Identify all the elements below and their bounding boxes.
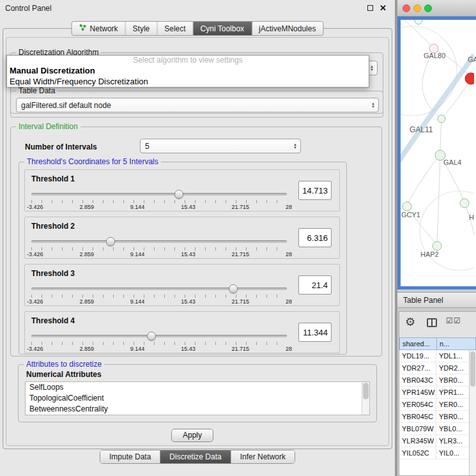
tab-discretize-data[interactable]: Discretize Data (160, 450, 231, 463)
table-row[interactable]: YBR045CYBR0... (399, 411, 469, 423)
threshold-3-slider[interactable]: -3.4262.8599.14415.4321.71528 (31, 282, 287, 305)
scale-tick-label: 15.43 (181, 346, 196, 352)
slider-thumb[interactable] (106, 237, 115, 246)
scale-tick-label: -3.426 (27, 298, 43, 305)
node-table: shared... n... YDL19...YDL1...YDR27...YD… (399, 337, 476, 475)
threshold-4-slider[interactable]: -3.4262.8599.14415.4321.71528 (31, 330, 287, 353)
tab-select[interactable]: Select (157, 22, 193, 35)
threshold-3-value-input[interactable] (298, 275, 332, 295)
scale-tick-label: 2.859 (79, 346, 94, 352)
scale-tick-label: 15.43 (181, 298, 196, 305)
table-data-combobox[interactable]: galFiltered.sif default node ▲▼ (16, 98, 379, 112)
scale-tick-label: 9.144 (130, 298, 145, 305)
tab-style[interactable]: Style (126, 22, 158, 35)
slider-track[interactable] (31, 240, 287, 243)
table-row[interactable]: YDL19...YDL1... (399, 350, 469, 362)
columns-icon[interactable] (427, 318, 437, 327)
column-header-shared-name[interactable]: shared... (399, 337, 436, 350)
threshold-2-value-input[interactable] (298, 228, 332, 247)
column-header-name[interactable]: n... (436, 337, 476, 350)
attributes-group: Attributes to discretize Numerical Attri… (18, 364, 377, 422)
table-scrollbar-thumb[interactable] (470, 351, 475, 387)
bottom-tab-bar: Impute Data Discretize Data Infer Networ… (100, 450, 295, 464)
threshold-panel-2: Threshold 2 -3.4262.8599.14415.4321.7152… (24, 217, 340, 259)
table-cell: YBL079W (399, 423, 436, 434)
threshold-1-value-input[interactable] (298, 181, 332, 200)
window-minimize-button[interactable] (413, 4, 421, 12)
node-label-gal11: GAL11 (410, 125, 433, 134)
table-row[interactable]: YPR145WYPR1... (399, 387, 469, 399)
tab-jactivemodules[interactable]: jActiveMNodules (252, 22, 323, 35)
threshold-3-label: Threshold 3 (31, 269, 75, 278)
threshold-2-slider[interactable]: -3.4262.8599.14415.4321.71528 (31, 235, 287, 258)
scale-tick-label: 28 (286, 251, 292, 257)
table-row[interactable]: YLR345WYLR3... (399, 435, 469, 447)
table-scrollbar[interactable] (469, 350, 476, 475)
top-tab-bar: Network Style Select Cyni Toolbox jActiv… (72, 21, 324, 36)
table-panel: ⚙ ☑☑ shared... n... YDL19...YDL1...YDR27… (399, 311, 476, 476)
float-window-button[interactable] (367, 5, 373, 11)
table-row[interactable]: YIL052CYIL0... (399, 447, 469, 459)
slider-ticks (31, 342, 287, 345)
gear-icon[interactable]: ⚙ (405, 315, 415, 329)
apply-button[interactable]: Apply (171, 429, 213, 442)
slider-ticks (31, 295, 287, 298)
window-close-button[interactable] (403, 4, 410, 12)
table-cell: YIL052C (399, 447, 436, 459)
table-cell: YPR1... (436, 387, 469, 398)
table-body: YDL19...YDL1...YDR27...YDR2...YBR043CYBR… (399, 350, 469, 475)
tab-network-label: Network (90, 24, 118, 33)
numerical-attributes-label: Numerical Attributes (26, 370, 102, 379)
scale-tick-label: 2.859 (79, 204, 94, 210)
checkbox-icons[interactable]: ☑☑ (446, 316, 461, 325)
threshold-2-label: Threshold 2 (31, 222, 75, 231)
number-of-intervals-combobox[interactable]: 5 ▲▼ (140, 139, 301, 153)
algorithm-option-manual[interactable]: Manual Discretization (7, 65, 369, 76)
table-row[interactable]: YDR27...YDR2... (399, 362, 469, 374)
combo-arrows-icon: ▲▼ (371, 102, 375, 109)
list-item-betweennesscentrality[interactable]: BetweennessCentrality (26, 404, 369, 415)
tab-infer-network[interactable]: Infer Network (231, 450, 295, 463)
table-data-group: Table Data galFiltered.sif default node … (10, 91, 383, 118)
slider-track[interactable] (31, 335, 287, 337)
tab-impute-data[interactable]: Impute Data (100, 450, 160, 463)
number-of-intervals-label: Number of Intervals (25, 142, 97, 151)
network-view-canvas[interactable]: GAL80 GA GAL11 GAL4 GCY1 H HAP2 (397, 17, 476, 289)
table-row[interactable]: YBR043CYBR0... (399, 374, 469, 387)
threshold-4-label: Threshold 4 (31, 316, 75, 325)
threshold-1-slider[interactable]: -3.4262.8599.14415.4321.71528 (31, 188, 287, 211)
tab-cyni-toolbox-label: Cyni Toolbox (201, 24, 244, 33)
combo-arrows-icon: ▲▼ (370, 65, 374, 72)
table-row[interactable]: YBL079WYBL0... (399, 423, 469, 435)
scale-tick-label: 2.859 (79, 251, 94, 257)
scale-tick-label: -3.426 (27, 251, 43, 257)
close-panel-button[interactable]: ✕ (380, 3, 387, 13)
table-cell: YDR2... (436, 362, 469, 374)
list-item-topologicalcoefficient[interactable]: TopologicalCoefficient (26, 393, 369, 404)
slider-track[interactable] (31, 193, 287, 196)
scale-tick-label: -3.426 (27, 204, 43, 210)
list-scrollbar[interactable] (362, 382, 369, 415)
control-panel: Control Panel ✕ Network Style Select Cyn… (0, 0, 395, 476)
scale-tick-label: 9.144 (130, 204, 145, 210)
slider-ticks (31, 247, 287, 250)
slider-track[interactable] (31, 288, 287, 290)
scale-tick-label: 2.859 (79, 298, 94, 305)
table-cell: YBR045C (399, 411, 436, 422)
algorithm-option-equal-width[interactable]: Equal Width/Frequency Discretization (7, 76, 369, 87)
list-scrollbar-thumb[interactable] (363, 383, 369, 399)
numerical-attributes-list[interactable]: SelfLoops TopologicalCoefficient Between… (25, 381, 370, 415)
table-row[interactable]: YER054CYER0... (399, 399, 469, 411)
slider-thumb[interactable] (174, 190, 183, 199)
tab-cyni-toolbox[interactable]: Cyni Toolbox (194, 22, 252, 35)
threshold-4-value-input[interactable] (298, 323, 332, 342)
window-zoom-button[interactable] (424, 4, 432, 12)
interval-definition-group-label: Interval Definition (16, 122, 81, 131)
tab-network[interactable]: Network (72, 22, 126, 35)
slider-thumb[interactable] (229, 284, 238, 293)
node-label-partial-ga: GA (468, 56, 476, 63)
slider-scale: -3.4262.8599.14415.4321.71528 (27, 346, 292, 352)
list-item-selfloops[interactable]: SelfLoops (26, 382, 369, 393)
number-of-intervals-value: 5 (145, 142, 150, 151)
slider-thumb[interactable] (147, 332, 156, 341)
